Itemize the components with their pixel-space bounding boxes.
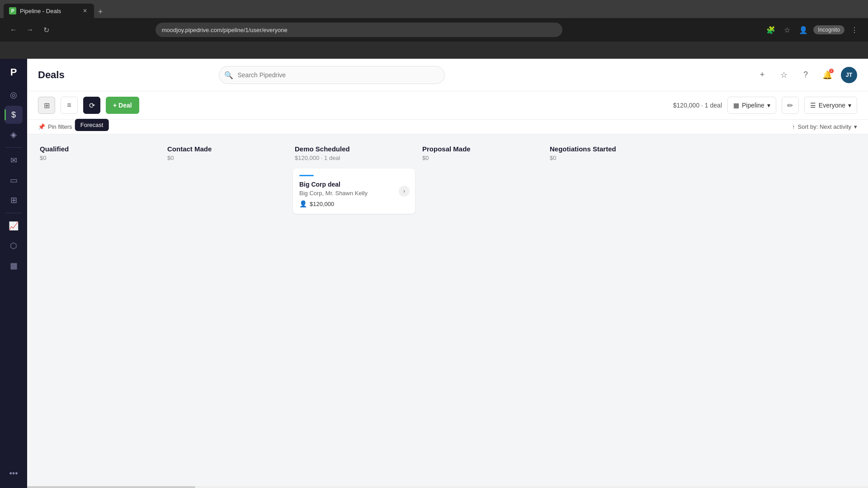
add-deal-label: + Deal bbox=[113, 102, 132, 109]
sidebar-item-mail[interactable]: ✉ bbox=[5, 151, 23, 169]
url-display: moodjoy.pipedrive.com/pipeline/1/user/ev… bbox=[162, 27, 288, 33]
filter-icon: ☰ bbox=[810, 102, 816, 109]
col-title-qualified: Qualified bbox=[40, 145, 158, 153]
forecast-icon: ⟳ bbox=[89, 101, 95, 110]
search-input[interactable] bbox=[219, 66, 445, 84]
pin-icon: 📌 bbox=[38, 123, 45, 130]
tab-favicon: P bbox=[9, 7, 16, 14]
back-button[interactable]: ← bbox=[7, 23, 20, 36]
everyone-label: Everyone bbox=[819, 102, 845, 109]
sidebar-item-products[interactable]: ⬡ bbox=[5, 237, 23, 255]
tab-close-button[interactable]: ✕ bbox=[81, 7, 89, 14]
menu-button[interactable]: ⋮ bbox=[848, 23, 861, 36]
pin-filters-label: Pin filters bbox=[48, 123, 72, 130]
sidebar-item-dashboard[interactable]: ▦ bbox=[5, 257, 23, 275]
deal-card[interactable]: Big Corp deal Big Corp, Mr. Shawn Kelly … bbox=[293, 169, 415, 214]
profile-button[interactable]: 👤 bbox=[797, 23, 810, 36]
search-container: 🔍 bbox=[219, 66, 445, 84]
incognito-badge: Incognito bbox=[813, 25, 844, 34]
sidebar-item-calendar[interactable]: ▭ bbox=[5, 171, 23, 189]
page-title: Deals bbox=[38, 69, 65, 81]
sort-by-button[interactable]: ↑ Sort by: Next activity ▾ bbox=[792, 123, 857, 130]
forecast-view-button[interactable]: ⟳ bbox=[83, 97, 100, 114]
pipeline-label: Pipeline bbox=[742, 102, 764, 109]
mail-icon: ✉ bbox=[10, 155, 17, 165]
add-deal-button[interactable]: + Deal bbox=[106, 97, 139, 114]
sidebar-divider-2 bbox=[5, 213, 22, 213]
reload-button[interactable]: ↻ bbox=[40, 23, 52, 36]
forecast-tooltip: Forecast bbox=[75, 119, 109, 131]
pin-filters-button[interactable]: 📌 Pin filters bbox=[38, 123, 72, 130]
sidebar-item-leads[interactable]: ◈ bbox=[5, 126, 23, 144]
notifications-button[interactable]: 🔔 2 bbox=[819, 67, 835, 83]
avatar[interactable]: JT bbox=[841, 67, 857, 83]
view-toolbar: ⊞ ≡ ⟳ Forecast + Deal $120,000 · 1 deal … bbox=[27, 91, 868, 120]
more-icon: ••• bbox=[9, 469, 18, 479]
kanban-col-demo-scheduled: Demo Scheduled$120,000 · 1 deal Big Corp… bbox=[293, 141, 415, 479]
pipeline-chevron-icon: ▾ bbox=[767, 102, 770, 109]
list-icon: ≡ bbox=[67, 101, 71, 109]
sidebar-item-insights[interactable]: 📈 bbox=[5, 217, 23, 235]
toolbar-right: $120,000 · 1 deal ▦ Pipeline ▾ ✏ ☰ Every… bbox=[673, 97, 857, 114]
col-title-contact-made: Contact Made bbox=[167, 145, 286, 153]
sidebar-item-activity[interactable]: ◎ bbox=[5, 86, 23, 104]
edit-icon: ✏ bbox=[787, 101, 793, 110]
sidebar-item-deals[interactable]: $ bbox=[5, 106, 23, 124]
bookmark-star-button[interactable]: ☆ bbox=[776, 67, 792, 83]
help-button[interactable]: ? bbox=[797, 67, 814, 83]
col-subtitle-qualified: $0 bbox=[40, 155, 158, 161]
sidebar: P ◎ $ ◈ ✉ ▭ ⊞ 📈 ⬡ ▦ ••• bbox=[0, 59, 27, 488]
filter-bar: 📌 Pin filters ↑ Sort by: Next activity ▾ bbox=[27, 120, 868, 134]
kanban-col-contact-made: Contact Made$0 bbox=[165, 141, 288, 479]
active-tab[interactable]: P Pipeline - Deals ✕ bbox=[4, 4, 94, 18]
col-subtitle-proposal-made: $0 bbox=[422, 155, 541, 161]
deals-icon: $ bbox=[11, 110, 16, 120]
deal-summary: $120,000 · 1 deal bbox=[673, 102, 722, 109]
new-tab-button[interactable]: + bbox=[94, 5, 107, 18]
address-bar[interactable]: moodjoy.pipedrive.com/pipeline/1/user/ev… bbox=[156, 23, 562, 37]
col-cards-contact-made bbox=[165, 169, 288, 479]
contacts-icon: ⊞ bbox=[10, 195, 17, 205]
search-icon: 🔍 bbox=[224, 70, 233, 79]
col-subtitle-negotiations-started: $0 bbox=[550, 155, 668, 161]
sidebar-item-more[interactable]: ••• bbox=[5, 465, 23, 483]
list-view-button[interactable]: ≡ bbox=[61, 97, 78, 114]
card-arrow-button[interactable]: › bbox=[399, 186, 410, 197]
kanban-col-negotiations-started: Negotiations Started$0 bbox=[548, 141, 670, 479]
col-header-qualified: Qualified$0 bbox=[38, 141, 160, 165]
edit-pipeline-button[interactable]: ✏ bbox=[782, 97, 799, 114]
card-amount: 👤 $120,000 bbox=[299, 200, 409, 207]
kanban-view-button[interactable]: ⊞ bbox=[38, 97, 55, 114]
sidebar-item-contacts[interactable]: ⊞ bbox=[5, 191, 23, 209]
sidebar-bottom: ••• bbox=[5, 465, 23, 483]
card-title: Big Corp deal bbox=[299, 181, 409, 188]
everyone-chevron-icon: ▾ bbox=[848, 102, 851, 109]
pipeline-icon: ▦ bbox=[733, 102, 739, 109]
activity-icon: ◎ bbox=[10, 90, 17, 100]
add-button[interactable]: + bbox=[754, 67, 770, 83]
star-icon: ☆ bbox=[780, 70, 788, 80]
app-logo: P bbox=[5, 64, 22, 80]
calendar-icon: ▭ bbox=[10, 175, 18, 185]
tab-bar: P Pipeline - Deals ✕ + bbox=[0, 0, 868, 18]
extensions-button[interactable]: 🧩 bbox=[764, 23, 777, 36]
scroll-thumb[interactable] bbox=[27, 486, 195, 488]
amount-value: $120,000 bbox=[310, 201, 334, 207]
everyone-filter-button[interactable]: ☰ Everyone ▾ bbox=[804, 97, 857, 114]
sort-label: Sort by: Next activity bbox=[798, 123, 851, 130]
app: P ◎ $ ◈ ✉ ▭ ⊞ 📈 ⬡ ▦ ••• bbox=[0, 59, 868, 488]
col-cards-negotiations-started bbox=[548, 169, 670, 479]
bookmark-button[interactable]: ☆ bbox=[781, 23, 793, 36]
col-title-proposal-made: Proposal Made bbox=[422, 145, 541, 153]
notification-badge: 2 bbox=[829, 69, 834, 73]
pipeline-selector-button[interactable]: ▦ Pipeline ▾ bbox=[727, 97, 776, 114]
main-content: Deals 🔍 + ☆ ? 🔔 2 JT bbox=[27, 59, 868, 488]
plus-icon: + bbox=[760, 70, 765, 80]
person-icon: 👤 bbox=[299, 200, 307, 207]
col-title-demo-scheduled: Demo Scheduled bbox=[295, 145, 413, 153]
scroll-indicator bbox=[27, 486, 868, 488]
leads-icon: ◈ bbox=[10, 130, 17, 140]
forward-button[interactable]: → bbox=[24, 23, 36, 36]
dashboard-icon: ▦ bbox=[10, 261, 18, 271]
col-header-proposal-made: Proposal Made$0 bbox=[420, 141, 542, 165]
